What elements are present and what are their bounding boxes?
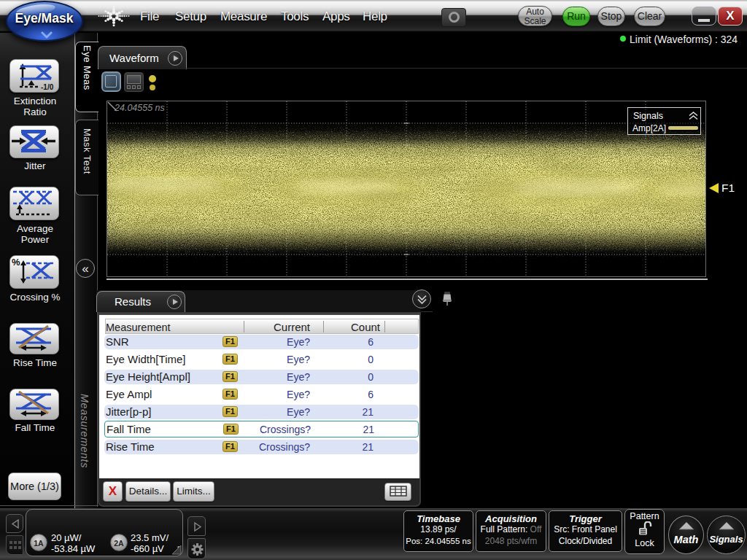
svg-text:%: % xyxy=(12,257,20,268)
svg-text:-1/0: -1/0 xyxy=(41,83,54,90)
